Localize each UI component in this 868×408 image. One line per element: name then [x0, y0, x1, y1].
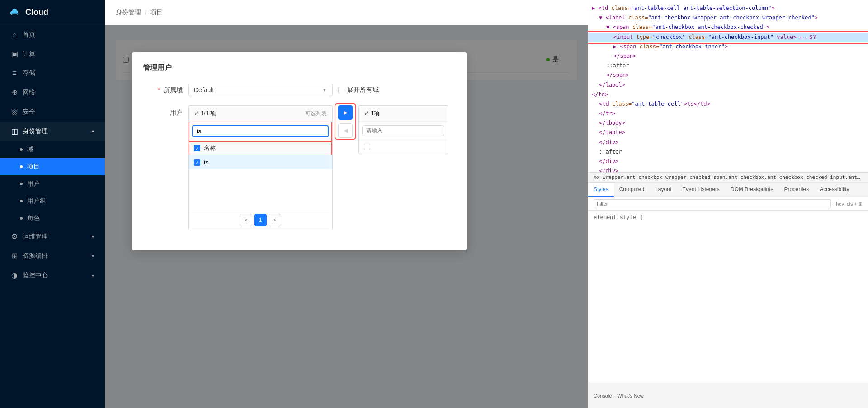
- transfer-left-btn[interactable]: ◀: [338, 123, 353, 138]
- security-icon: ◎: [11, 108, 18, 116]
- transfer-column-header: ✓ 名称: [189, 141, 332, 155]
- dom-line: </tbody>: [588, 118, 868, 128]
- cloud-icon: [9, 6, 22, 19]
- dom-line: </span>: [588, 52, 868, 61]
- pagination: < 1 >: [240, 214, 281, 226]
- sidebar-item-storage[interactable]: ≡ 存储: [0, 64, 105, 83]
- user-form-row: 用户 ✓ 1/1 项 可选列表: [143, 105, 456, 230]
- transfer-search-input[interactable]: [192, 125, 329, 137]
- devtools-tab-dom-breakpoints[interactable]: DOM Breakpoints: [725, 183, 779, 197]
- dom-line: </table>: [588, 128, 868, 137]
- sidebar-sub-domain[interactable]: 域: [0, 141, 105, 158]
- devtools-filter-input[interactable]: [594, 199, 831, 208]
- transfer-left-header: ✓ 1/1 项 可选列表: [189, 106, 332, 122]
- main-area: 身份管理 / 项目 b6e98af4ca254a47944ca04214e0d8…: [105, 0, 588, 408]
- devtools-bottom-bar: Console What's New: [588, 383, 868, 408]
- breadcrumb-separator: /: [145, 9, 146, 16]
- right-list-item: [359, 140, 448, 154]
- transfer-left-count: ✓ 1/1 项: [194, 109, 216, 117]
- transfer-left-label: 可选列表: [305, 110, 327, 117]
- transfer-right-count: ✓ 1项: [364, 109, 380, 117]
- devtools-bottom-console[interactable]: Console: [594, 393, 612, 399]
- devtools-tabs: Styles Computed Layout Event Listeners D…: [588, 183, 868, 197]
- sidebar-item-monitor-label: 监控中心: [23, 272, 48, 280]
- check-icon: ✓: [195, 160, 199, 165]
- expand-identity-icon: ▾: [92, 129, 94, 134]
- select-all-checkbox[interactable]: ✓: [194, 145, 200, 151]
- dom-line: <td class="ant-table-cell">ts</td>: [588, 99, 868, 109]
- transfer-ops: ▶ ◀: [336, 105, 354, 138]
- transfer-right-header: ✓ 1项: [359, 106, 448, 122]
- pagination-page-1[interactable]: 1: [254, 214, 267, 226]
- devtools-styles-area: element.style {: [588, 211, 868, 383]
- devtools-tab-event-listeners[interactable]: Event Listeners: [677, 183, 725, 197]
- dom-line: </td>: [588, 90, 868, 99]
- sidebar-sub-domain-label: 域: [27, 145, 33, 154]
- sidebar-item-network-label: 网络: [23, 89, 35, 97]
- sidebar-sub-usergroup[interactable]: 用户组: [0, 192, 105, 210]
- pagination-prev[interactable]: <: [240, 214, 252, 226]
- domain-select-value: Default: [194, 86, 214, 94]
- dom-line: ▼ <label class="ant-checkbox-wrapper ant…: [588, 13, 868, 23]
- domain-select[interactable]: Default ▼: [188, 84, 333, 96]
- sidebar-item-ops[interactable]: ⚙ 运维管理 ▾: [0, 227, 105, 246]
- breadcrumb-parent: 身份管理: [116, 9, 141, 17]
- sidebar-item-monitor[interactable]: ◑ 监控中心 ▾: [0, 266, 105, 285]
- expand-all-text: 展开所有域: [347, 86, 379, 94]
- devtools-tab-properties[interactable]: Properties: [779, 183, 815, 197]
- sidebar-sub-user[interactable]: 用户: [0, 175, 105, 192]
- sidebar-sub-usergroup-label: 用户组: [27, 197, 46, 205]
- sidebar-sub-role[interactable]: 角色: [0, 210, 105, 227]
- right-search-input[interactable]: [362, 125, 444, 136]
- transfer-list: ✓ ts: [189, 155, 332, 210]
- sidebar-item-security[interactable]: ◎ 安全: [0, 102, 105, 122]
- devtools-tab-accessibility[interactable]: Accessibility: [814, 183, 854, 197]
- dom-line: ▶ <td class="ant-table-cell ant-table-se…: [588, 4, 868, 13]
- dom-line: </div>: [588, 157, 868, 166]
- sidebar-item-security-label: 安全: [23, 108, 35, 116]
- check-icon: ✓: [195, 146, 199, 151]
- sidebar-item-resource[interactable]: ⊞ 资源编排 ▾: [0, 246, 105, 266]
- devtools-tab-layout[interactable]: Layout: [650, 183, 677, 197]
- sidebar-item-storage-label: 存储: [23, 69, 35, 77]
- sidebar-logo: Cloud: [0, 0, 105, 25]
- network-icon: ⊕: [11, 88, 18, 97]
- sidebar-item-identity-label: 身份管理: [23, 127, 48, 136]
- dom-line: ▼ <span class="ant-checkbox ant-checkbox…: [588, 23, 868, 32]
- expand-ops-icon: ▾: [92, 234, 94, 239]
- sidebar-item-home[interactable]: ⌂ 首页: [0, 25, 105, 44]
- pagination-next[interactable]: >: [269, 214, 281, 226]
- item-checkbox[interactable]: ✓: [194, 159, 200, 166]
- transfer-list-item[interactable]: ✓ ts: [189, 155, 332, 169]
- devtools-tab-styles[interactable]: Styles: [588, 183, 614, 197]
- sidebar-item-ops-label: 运维管理: [23, 233, 48, 241]
- expand-monitor-icon: ▾: [92, 273, 94, 278]
- sidebar-sub-project[interactable]: 项目: [0, 158, 105, 175]
- dom-line: </div>: [588, 138, 868, 147]
- transfer-container: ✓ 1/1 项 可选列表 ✓: [188, 105, 456, 230]
- sidebar-item-identity[interactable]: ◫ 身份管理 ▾: [0, 122, 105, 141]
- right-item-checkbox[interactable]: [364, 144, 370, 150]
- domain-dot: [20, 148, 23, 151]
- domain-field: Default ▼ 展开所有域: [188, 84, 456, 96]
- transfer-right-panel: ✓ 1项: [358, 105, 448, 154]
- dom-line: </div>: [588, 166, 868, 172]
- expand-resource-icon: ▾: [92, 253, 94, 258]
- identity-icon: ◫: [11, 127, 18, 136]
- sidebar-sub-role-label: 角色: [27, 214, 40, 222]
- sidebar-item-compute[interactable]: ▣ 计算: [0, 44, 105, 64]
- transfer-footer: < 1 >: [189, 210, 332, 230]
- element-style-text: element.style {: [594, 214, 642, 220]
- breadcrumb-current: 项目: [150, 9, 163, 17]
- devtools-tab-computed[interactable]: Computed: [614, 183, 650, 197]
- monitor-icon: ◑: [11, 271, 18, 280]
- transfer-right-btn[interactable]: ▶: [338, 105, 353, 120]
- right-search-box: [359, 122, 448, 140]
- dom-line: ::after: [588, 61, 868, 70]
- home-icon: ⌂: [11, 31, 18, 39]
- sidebar-item-network[interactable]: ⊕ 网络: [0, 83, 105, 102]
- devtools-bottom-whats-new[interactable]: What's New: [617, 393, 643, 399]
- dom-line: ::after: [588, 147, 868, 157]
- expand-checkbox[interactable]: [338, 87, 344, 93]
- expand-all-label[interactable]: 展开所有域: [338, 86, 379, 94]
